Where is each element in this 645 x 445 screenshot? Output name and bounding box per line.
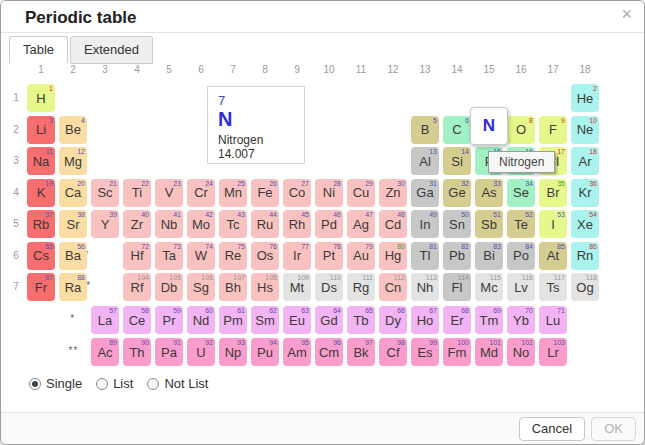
radio-list[interactable]: List: [96, 376, 133, 391]
element-cell-Na[interactable]: 11Na: [27, 147, 55, 175]
element-cell-Nd[interactable]: 60Nd: [187, 306, 215, 334]
element-cell-Tl[interactable]: 81Tl: [411, 242, 439, 270]
element-cell-Rn[interactable]: 86Rn: [571, 242, 599, 270]
element-cell-No[interactable]: 102No: [507, 338, 535, 366]
element-cell-Er[interactable]: 68Er: [443, 306, 471, 334]
element-cell-Zn[interactable]: 30Zn: [379, 179, 407, 207]
element-cell-Kr[interactable]: 36Kr: [571, 179, 599, 207]
element-cell-Pa[interactable]: 91Pa: [155, 338, 183, 366]
element-cell-Sn[interactable]: 50Sn: [443, 210, 471, 238]
element-cell-Tm[interactable]: 69Tm: [475, 306, 503, 334]
element-cell-Cu[interactable]: 29Cu: [347, 179, 375, 207]
element-cell-Nh[interactable]: 113Nh: [411, 273, 439, 301]
element-cell-Ho[interactable]: 67Ho: [411, 306, 439, 334]
element-cell-Mt[interactable]: 109Mt: [283, 273, 311, 301]
element-cell-Br[interactable]: 35Br: [539, 179, 567, 207]
element-cell-Pd[interactable]: 46Pd: [315, 210, 343, 238]
element-cell-Th[interactable]: 90Th: [123, 338, 151, 366]
element-cell-Lv[interactable]: 116Lv: [507, 273, 535, 301]
element-cell-Fl[interactable]: 114Fl: [443, 273, 471, 301]
element-cell-Ru[interactable]: 44Ru: [251, 210, 279, 238]
element-cell-Am[interactable]: 95Am: [283, 338, 311, 366]
element-cell-Pm[interactable]: 61Pm: [219, 306, 247, 334]
element-cell-Ac[interactable]: 89Ac: [91, 338, 119, 366]
element-cell-N[interactable]: N: [470, 107, 508, 145]
element-cell-Pr[interactable]: 59Pr: [155, 306, 183, 334]
element-cell-At[interactable]: 85At: [539, 242, 567, 270]
element-cell-Au[interactable]: 79Au: [347, 242, 375, 270]
element-cell-Cd[interactable]: 48Cd: [379, 210, 407, 238]
element-cell-Re[interactable]: 75Re: [219, 242, 247, 270]
element-cell-Co[interactable]: 27Co: [283, 179, 311, 207]
element-cell-Lr[interactable]: 103Lr: [539, 338, 567, 366]
element-cell-Cr[interactable]: 24Cr: [187, 179, 215, 207]
element-cell-Hg[interactable]: 80Hg: [379, 242, 407, 270]
element-cell-Ce[interactable]: 58Ce: [123, 306, 151, 334]
element-cell-Ba[interactable]: 56Ba: [59, 242, 87, 270]
element-cell-Ts[interactable]: 117Ts: [539, 273, 567, 301]
element-cell-Sr[interactable]: 38Sr: [59, 210, 87, 238]
element-cell-Pb[interactable]: 82Pb: [443, 242, 471, 270]
element-cell-Pu[interactable]: 94Pu: [251, 338, 279, 366]
element-cell-Es[interactable]: 99Es: [411, 338, 439, 366]
element-cell-Sb[interactable]: 51Sb: [475, 210, 503, 238]
element-cell-Tb[interactable]: 65Tb: [347, 306, 375, 334]
element-cell-Np[interactable]: 93Np: [219, 338, 247, 366]
element-cell-Lu[interactable]: 71Lu: [539, 306, 567, 334]
element-cell-Mc[interactable]: 115Mc: [475, 273, 503, 301]
element-cell-Md[interactable]: 101Md: [475, 338, 503, 366]
element-cell-O[interactable]: 8O: [507, 116, 535, 144]
element-cell-C[interactable]: 6C: [443, 116, 471, 144]
element-cell-Mo[interactable]: 42Mo: [187, 210, 215, 238]
element-cell-Ds[interactable]: 110Ds: [315, 273, 343, 301]
element-cell-Cs[interactable]: 55Cs: [27, 242, 55, 270]
radio-button-icon[interactable]: [147, 378, 159, 390]
element-cell-Gd[interactable]: 64Gd: [315, 306, 343, 334]
element-cell-Rb[interactable]: 37Rb: [27, 210, 55, 238]
element-cell-Al[interactable]: 13Al: [411, 147, 439, 175]
element-cell-Cn[interactable]: 112Cn: [379, 273, 407, 301]
element-cell-Sm[interactable]: 62Sm: [251, 306, 279, 334]
element-cell-B[interactable]: 5B: [411, 116, 439, 144]
element-cell-Og[interactable]: 118Og: [571, 273, 599, 301]
element-cell-Bi[interactable]: 83Bi: [475, 242, 503, 270]
element-cell-Ir[interactable]: 77Ir: [283, 242, 311, 270]
element-cell-Si[interactable]: 14Si: [443, 147, 471, 175]
element-cell-Ne[interactable]: 10Ne: [571, 116, 599, 144]
element-cell-Bh[interactable]: 107Bh: [219, 273, 247, 301]
element-cell-I[interactable]: 53I: [539, 210, 567, 238]
element-cell-Hs[interactable]: 108Hs: [251, 273, 279, 301]
element-cell-Sc[interactable]: 21Sc: [91, 179, 119, 207]
element-cell-Ge[interactable]: 32Ge: [443, 179, 471, 207]
element-cell-K[interactable]: 19K: [27, 179, 55, 207]
element-cell-Cm[interactable]: 96Cm: [315, 338, 343, 366]
element-cell-Fm[interactable]: 100Fm: [443, 338, 471, 366]
element-cell-Db[interactable]: 105Db: [155, 273, 183, 301]
element-cell-La[interactable]: 57La: [91, 306, 119, 334]
element-cell-Sg[interactable]: 106Sg: [187, 273, 215, 301]
element-cell-Se[interactable]: 34Se: [507, 179, 535, 207]
element-cell-H[interactable]: 1H: [27, 84, 55, 112]
element-cell-Fe[interactable]: 26Fe: [251, 179, 279, 207]
element-cell-Be[interactable]: 4Be: [59, 116, 87, 144]
element-cell-Po[interactable]: 84Po: [507, 242, 535, 270]
element-cell-U[interactable]: 92U: [187, 338, 215, 366]
element-cell-Dy[interactable]: 66Dy: [379, 306, 407, 334]
element-cell-Hf[interactable]: 72Hf: [123, 242, 151, 270]
element-cell-Fr[interactable]: 87Fr: [27, 273, 55, 301]
element-cell-Rh[interactable]: 45Rh: [283, 210, 311, 238]
element-cell-In[interactable]: 49In: [411, 210, 439, 238]
element-cell-Ca[interactable]: 20Ca: [59, 179, 87, 207]
tab-extended[interactable]: Extended: [70, 36, 153, 64]
element-cell-Y[interactable]: 39Y: [91, 210, 119, 238]
cancel-button[interactable]: Cancel: [519, 417, 585, 441]
element-cell-Yb[interactable]: 70Yb: [507, 306, 535, 334]
element-cell-As[interactable]: 33As: [475, 179, 503, 207]
element-cell-Zr[interactable]: 40Zr: [123, 210, 151, 238]
element-cell-V[interactable]: 23V: [155, 179, 183, 207]
element-cell-Ta[interactable]: 73Ta: [155, 242, 183, 270]
element-cell-Ra[interactable]: 88Ra: [59, 273, 87, 301]
element-cell-Rg[interactable]: 111Rg: [347, 273, 375, 301]
element-cell-Ni[interactable]: 28Ni: [315, 179, 343, 207]
close-icon[interactable]: ×: [621, 5, 632, 23]
